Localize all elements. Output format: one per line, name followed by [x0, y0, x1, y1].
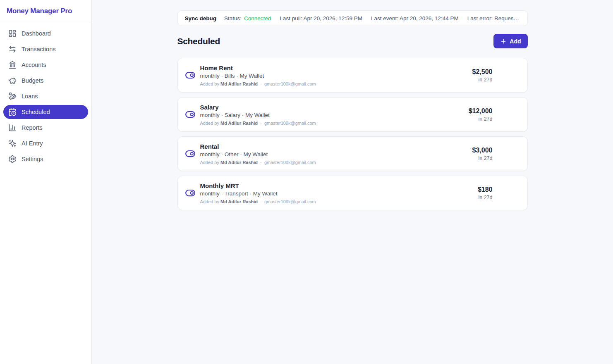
toggle-on-icon[interactable]	[185, 188, 196, 198]
scheduled-item-amount: $180	[478, 186, 493, 193]
scheduled-item-meta: monthly · Other · My Wallet	[200, 151, 472, 157]
scheduled-item-amount: $12,000	[469, 107, 493, 115]
added-by-email: gmaster100k@gmail.com	[264, 160, 316, 165]
scheduled-item-due: in 27d	[472, 77, 493, 83]
scheduled-item-salary[interactable]: Salary monthly · Salary · My Wallet Adde…	[177, 97, 528, 132]
app-logo: Money Manager Pro	[0, 0, 91, 22]
scheduled-item-name: Rental	[200, 143, 472, 150]
hand-coins-icon	[8, 92, 17, 100]
add-button-label: Add	[510, 38, 521, 45]
scheduled-item-info: Home Rent monthly · Bills · My Wallet Ad…	[200, 64, 472, 86]
scheduled-item-home-rent[interactable]: Home Rent monthly · Bills · My Wallet Ad…	[177, 58, 528, 93]
scheduled-item-amount-block: $180 in 27d	[478, 186, 493, 200]
sidebar-item-dashboard[interactable]: Dashboard	[3, 26, 88, 40]
page-title: Scheduled	[177, 36, 220, 46]
sidebar-item-label: Scheduled	[22, 109, 50, 115]
added-by-prefix: Added by	[200, 81, 219, 86]
added-by-name: Md Adilur Rashid	[220, 160, 258, 165]
sidebar-item-reports[interactable]: Reports	[3, 121, 88, 135]
sidebar-item-label: AI Entry	[22, 140, 43, 147]
added-by-name: Md Adilur Rashid	[220, 199, 258, 204]
sidebar-nav: Dashboard Transactions Accounts Budgets	[0, 22, 91, 172]
scheduled-item-meta: monthly · Transport · My Wallet	[200, 190, 478, 197]
added-by-prefix: Added by	[200, 160, 219, 165]
transactions-icon	[8, 45, 17, 53]
scheduled-item-meta: monthly · Salary · My Wallet	[200, 112, 469, 118]
page-header: Scheduled Add	[177, 34, 528, 48]
added-by-name: Md Adilur Rashid	[220, 81, 258, 86]
scheduled-list: Home Rent monthly · Bills · My Wallet Ad…	[177, 58, 528, 210]
scheduled-item-added-by: Added by Md Adilur Rashid · gmaster100k@…	[200, 121, 469, 126]
sparkles-icon	[8, 139, 17, 148]
dashboard-icon	[8, 29, 17, 38]
sidebar-item-loans[interactable]: Loans	[3, 89, 88, 103]
added-by-prefix: Added by	[200, 199, 219, 204]
scheduled-item-amount-block: $2,500 in 27d	[472, 68, 493, 83]
scheduled-item-amount-block: $12,000 in 27d	[469, 107, 493, 122]
scheduled-item-due: in 27d	[472, 155, 493, 161]
scheduled-item-info: Salary monthly · Salary · My Wallet Adde…	[200, 104, 469, 126]
sidebar-item-label: Accounts	[22, 62, 46, 68]
sidebar-item-ai-entry[interactable]: AI Entry	[3, 136, 88, 150]
added-by-separator: ·	[260, 81, 262, 86]
scheduled-item-amount: $3,000	[472, 147, 493, 154]
added-by-separator: ·	[260, 121, 262, 126]
sync-debug-label: Sync debug	[185, 15, 217, 21]
added-by-separator: ·	[260, 199, 262, 204]
scheduled-item-amount: $2,500	[472, 68, 493, 76]
added-by-separator: ·	[260, 160, 262, 165]
sidebar-item-label: Reports	[22, 124, 43, 131]
scheduled-item-added-by: Added by Md Adilur Rashid · gmaster100k@…	[200, 160, 472, 165]
scheduled-item-meta: monthly · Bills · My Wallet	[200, 73, 472, 79]
sidebar-item-label: Dashboard	[22, 30, 51, 37]
sync-last-event: Last event: Apr 20, 2026, 12:44 PM	[371, 15, 459, 21]
scheduled-item-amount-block: $3,000 in 27d	[472, 147, 493, 161]
added-by-name: Md Adilur Rashid	[220, 121, 258, 126]
sync-status-label: Status:	[224, 15, 242, 21]
sidebar-item-scheduled[interactable]: Scheduled	[3, 105, 88, 119]
sidebar-item-label: Budgets	[22, 77, 43, 84]
sidebar-item-settings[interactable]: Settings	[3, 152, 88, 166]
plus-icon	[500, 38, 507, 45]
scheduled-item-added-by: Added by Md Adilur Rashid · gmaster100k@…	[200, 81, 472, 86]
scheduled-item-added-by: Added by Md Adilur Rashid · gmaster100k@…	[200, 199, 478, 204]
gear-icon	[8, 155, 17, 163]
sidebar-item-accounts[interactable]: Accounts	[3, 58, 88, 72]
sidebar: Money Manager Pro Dashboard Transactions…	[0, 0, 92, 364]
bank-icon	[8, 61, 17, 69]
sidebar-item-transactions[interactable]: Transactions	[3, 42, 88, 56]
piggy-bank-icon	[8, 76, 17, 85]
sync-debug-bar: Sync debug Status: Connected Last pull: …	[177, 10, 528, 26]
toggle-on-icon[interactable]	[185, 148, 196, 159]
bar-chart-icon	[8, 124, 17, 132]
sidebar-item-label: Settings	[22, 156, 43, 162]
sync-status-value: Connected	[244, 15, 271, 21]
sidebar-item-budgets[interactable]: Budgets	[3, 74, 88, 88]
added-by-email: gmaster100k@gmail.com	[264, 121, 316, 126]
scheduled-item-monthly-mrt[interactable]: Monthly MRT monthly · Transport · My Wal…	[177, 176, 528, 210]
sync-last-pull: Last pull: Apr 20, 2026, 12:59 PM	[280, 15, 362, 21]
main-area: Sync debug Status: Connected Last pull: …	[92, 0, 613, 364]
toggle-on-icon[interactable]	[185, 70, 196, 81]
scheduled-item-name: Monthly MRT	[200, 182, 478, 189]
scheduled-item-name: Salary	[200, 104, 469, 111]
add-button[interactable]: Add	[493, 34, 527, 48]
toggle-on-icon[interactable]	[185, 109, 196, 120]
added-by-prefix: Added by	[200, 121, 219, 126]
scheduled-item-rental[interactable]: Rental monthly · Other · My Wallet Added…	[177, 136, 528, 171]
sidebar-item-label: Transactions	[22, 46, 55, 52]
scheduled-item-info: Monthly MRT monthly · Transport · My Wal…	[200, 182, 478, 204]
scheduled-item-due: in 27d	[469, 116, 493, 122]
scheduled-item-due: in 27d	[478, 195, 493, 200]
calendar-clock-icon	[8, 108, 17, 116]
added-by-email: gmaster100k@gmail.com	[264, 81, 316, 86]
sync-last-error: Last error: Request failed for h…	[467, 15, 520, 21]
added-by-email: gmaster100k@gmail.com	[264, 199, 316, 204]
app-title: Money Manager Pro	[7, 7, 72, 15]
sidebar-item-label: Loans	[22, 93, 38, 100]
scheduled-item-name: Home Rent	[200, 64, 472, 71]
scheduled-item-info: Rental monthly · Other · My Wallet Added…	[200, 143, 472, 165]
